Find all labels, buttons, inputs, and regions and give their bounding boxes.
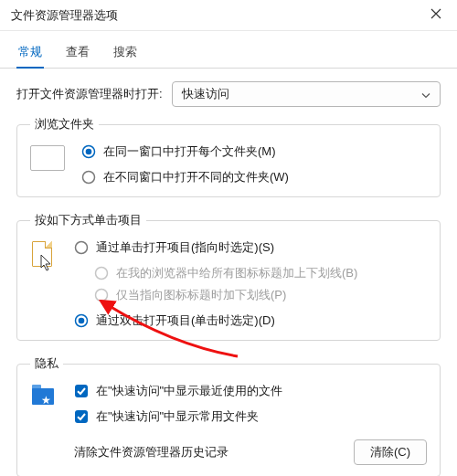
svg-rect-9: [75, 410, 88, 423]
tab-search[interactable]: 搜索: [112, 38, 139, 68]
svg-point-4: [96, 268, 108, 280]
dialog-body: 打开文件资源管理器时打开: 快速访问 浏览文件夹 在同一窗口中打开每个文件夹(M…: [0, 69, 457, 476]
svg-point-5: [96, 290, 108, 301]
check-recent-files[interactable]: 在"快速访问"中显示最近使用的文件: [74, 383, 427, 399]
title-bar: 文件资源管理器选项: [0, 0, 457, 31]
radio-same-window-label: 在同一窗口中打开每个文件夹(M): [103, 143, 276, 160]
privacy-legend: 隐私: [30, 355, 63, 372]
window-rect-icon: [30, 145, 65, 171]
radio-new-window[interactable]: 在不同窗口中打开不同的文件夹(W): [81, 169, 289, 185]
radio-icon-selected: [81, 144, 96, 159]
page-cursor-icon: [30, 241, 58, 272]
open-to-row: 打开文件资源管理器时打开: 快速访问: [16, 81, 441, 107]
radio-icon-selected: [74, 313, 89, 328]
svg-point-7: [79, 318, 85, 324]
radio-double-click-label: 通过双击打开项目(单击时选定)(D): [96, 312, 275, 329]
open-to-value: 快速访问: [182, 86, 229, 102]
browse-folders-legend: 浏览文件夹: [30, 116, 99, 132]
radio-icon-disabled: [94, 288, 109, 302]
tab-view[interactable]: 查看: [64, 38, 91, 68]
radio-new-window-label: 在不同窗口中打开不同的文件夹(W): [103, 169, 289, 185]
radio-underline-browser-label: 在我的浏览器中给所有图标标题加上下划线(B): [116, 265, 357, 281]
svg-rect-8: [75, 385, 88, 397]
clear-history-label: 清除文件资源管理器历史记录: [74, 444, 228, 460]
svg-point-1: [86, 149, 92, 155]
close-button[interactable]: [415, 0, 457, 31]
close-icon: [430, 8, 441, 22]
open-to-select[interactable]: 快速访问: [172, 81, 441, 107]
group-privacy: 隐私 ★ 在"快速访问"中显示最近使用的文件 在"快速访问"中显示常用文件夹: [16, 355, 441, 476]
clear-history-row: 清除文件资源管理器历史记录 清除(C): [74, 439, 427, 465]
checkbox-checked-icon: [74, 409, 89, 424]
clear-button[interactable]: 清除(C): [354, 439, 427, 465]
svg-point-2: [83, 172, 95, 184]
group-click-items: 按如下方式单击项目 通过单击打开项目(指向时选定)(S): [16, 212, 441, 341]
tab-general[interactable]: 常规: [16, 38, 44, 68]
radio-same-window[interactable]: 在同一窗口中打开每个文件夹(M): [81, 143, 289, 160]
radio-icon-disabled: [94, 266, 109, 280]
radio-double-click[interactable]: 通过双击打开项目(单击时选定)(D): [74, 312, 357, 329]
radio-underline-point-label: 仅当指向图标标题时加下划线(P): [116, 287, 286, 303]
svg-point-3: [76, 242, 88, 254]
window-title: 文件资源管理器选项: [11, 7, 415, 24]
radio-underline-point: 仅当指向图标标题时加下划线(P): [94, 287, 357, 303]
group-browse-folders: 浏览文件夹 在同一窗口中打开每个文件夹(M) 在不同窗口中打开不同的文件夹(W): [16, 116, 441, 197]
chevron-down-icon: [421, 88, 430, 101]
open-to-label: 打开文件资源管理器时打开:: [16, 86, 163, 102]
quick-access-folder-icon: ★: [30, 385, 58, 410]
click-items-legend: 按如下方式单击项目: [30, 212, 146, 228]
check-recent-files-label: 在"快速访问"中显示最近使用的文件: [96, 383, 282, 399]
checkbox-checked-icon: [74, 384, 89, 398]
check-frequent-folders-label: 在"快速访问"中显示常用文件夹: [96, 408, 259, 425]
radio-icon: [81, 170, 96, 185]
radio-underline-browser: 在我的浏览器中给所有图标标题加上下划线(B): [94, 265, 357, 281]
tab-bar: 常规 查看 搜索: [0, 31, 457, 69]
radio-icon: [74, 240, 89, 255]
check-frequent-folders[interactable]: 在"快速访问"中显示常用文件夹: [74, 408, 427, 425]
radio-single-click[interactable]: 通过单击打开项目(指向时选定)(S): [74, 239, 357, 256]
radio-single-click-label: 通过单击打开项目(指向时选定)(S): [96, 239, 274, 256]
